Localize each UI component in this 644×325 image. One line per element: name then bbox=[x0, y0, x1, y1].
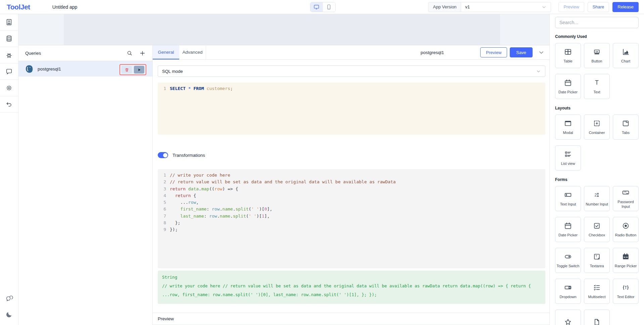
database-icon bbox=[5, 35, 13, 42]
toolbar-item-comments[interactable] bbox=[0, 63, 18, 80]
moon-icon bbox=[5, 311, 13, 318]
transformations-toggle[interactable] bbox=[158, 152, 168, 158]
component-card-date-picker-form[interactable]: Date Picker bbox=[555, 217, 581, 242]
run-icon bbox=[137, 68, 141, 72]
commonly-used-grid: Table OK Button Chart Date Picker T Text bbox=[555, 43, 639, 99]
checkbox-icon bbox=[593, 222, 601, 230]
chat-support-button[interactable] bbox=[5, 294, 13, 302]
query-panel: Queries bbox=[18, 45, 549, 325]
chevron-down-icon bbox=[541, 4, 547, 10]
delete-icon bbox=[125, 67, 129, 72]
dark-mode-toggle[interactable] bbox=[5, 311, 13, 318]
component-card-textarea[interactable]: T Textarea bbox=[584, 248, 610, 273]
undo-arrow-icon bbox=[5, 101, 13, 108]
preview-section: Preview bbox=[153, 313, 549, 325]
bug-icon bbox=[5, 51, 13, 59]
chat-support-icon bbox=[5, 294, 13, 302]
star-icon bbox=[564, 318, 572, 325]
component-card-multiselect[interactable]: Multiselect bbox=[584, 279, 610, 304]
section-title-commonly-used: Commonly Used bbox=[555, 34, 639, 39]
transformations-row: Transformations bbox=[158, 152, 545, 158]
query-list-actions bbox=[127, 50, 146, 56]
toolbar-item-inspector[interactable] bbox=[0, 14, 18, 31]
query-list-item-postgresql1[interactable]: postgresql1 bbox=[18, 61, 152, 77]
sql-code-editor[interactable]: 1SELECT * FROM customers; bbox=[158, 83, 545, 135]
component-card-checkbox[interactable]: Checkbox bbox=[584, 217, 610, 242]
toggle-switch-icon bbox=[564, 252, 572, 261]
app-canvas[interactable] bbox=[18, 14, 549, 45]
calendar-icon bbox=[564, 222, 572, 230]
section-title-forms: Forms bbox=[555, 177, 639, 182]
component-card-partial-file[interactable] bbox=[584, 310, 610, 325]
component-card-text[interactable]: T Text bbox=[584, 74, 610, 99]
component-card-chart[interactable]: Chart bbox=[613, 43, 639, 68]
plus-icon bbox=[139, 50, 146, 56]
component-card-tabs[interactable]: Tabs bbox=[613, 114, 639, 140]
transformation-code-editor[interactable]: 1// write your code here2// return value… bbox=[158, 169, 545, 268]
chevron-down-icon bbox=[536, 69, 541, 74]
component-card-text-input[interactable]: Text Input bbox=[555, 186, 581, 211]
share-button[interactable]: Share bbox=[588, 2, 609, 12]
app-preview-button[interactable]: Preview bbox=[558, 2, 584, 12]
canvas-inner[interactable] bbox=[64, 14, 500, 45]
app-header: ToolJet Untitled app App Version v1 Prev… bbox=[0, 0, 644, 14]
mobile-view-button[interactable] bbox=[323, 2, 335, 12]
component-card-list-view[interactable]: List view bbox=[555, 145, 581, 171]
app-version-select[interactable]: v1 bbox=[461, 2, 551, 12]
toolbar-item-undo[interactable] bbox=[0, 96, 18, 113]
component-search-input[interactable] bbox=[555, 17, 639, 28]
dropdown-icon bbox=[564, 283, 572, 292]
component-card-partial-star[interactable] bbox=[555, 310, 581, 325]
component-card-password-input[interactable]: ** Password Input bbox=[613, 186, 639, 211]
search-icon bbox=[127, 50, 133, 56]
component-card-dropdown[interactable]: Dropdown bbox=[555, 279, 581, 304]
number-input-icon: 2 bbox=[593, 191, 601, 199]
run-query-button[interactable] bbox=[134, 66, 144, 74]
layouts-grid: Modal Container Tabs List view bbox=[555, 114, 639, 171]
gear-icon bbox=[5, 84, 13, 92]
svg-text:T: T bbox=[595, 254, 597, 258]
svg-text:OK: OK bbox=[595, 50, 598, 52]
app-version-label: App Version bbox=[428, 2, 461, 12]
component-search bbox=[555, 17, 639, 28]
comment-icon bbox=[5, 68, 13, 75]
component-card-modal[interactable]: Modal bbox=[555, 114, 581, 140]
result-type-label: String bbox=[162, 275, 541, 280]
component-card-number-input[interactable]: 2 Number Input bbox=[584, 186, 610, 211]
svg-text:T: T bbox=[625, 285, 627, 290]
desktop-view-button[interactable] bbox=[310, 2, 323, 12]
component-card-range-picker[interactable]: Range Picker bbox=[613, 248, 639, 273]
toolbar-item-settings[interactable] bbox=[0, 80, 18, 96]
container-icon bbox=[593, 119, 601, 128]
tabs-icon bbox=[622, 119, 630, 128]
query-preview-button[interactable]: Preview bbox=[480, 47, 507, 57]
collapse-query-panel-button[interactable] bbox=[538, 49, 545, 56]
component-card-table[interactable]: Table bbox=[555, 43, 581, 68]
textarea-icon: T bbox=[593, 252, 601, 261]
file-icon bbox=[593, 318, 601, 325]
add-query-button[interactable] bbox=[139, 50, 146, 56]
header-right: App Version v1 Preview Share Release bbox=[336, 2, 639, 12]
component-card-toggle-switch[interactable]: Toggle Switch bbox=[555, 248, 581, 273]
toolbar-item-datasources[interactable] bbox=[0, 31, 18, 47]
release-button[interactable]: Release bbox=[612, 2, 639, 12]
component-card-text-editor[interactable]: T Text Editor bbox=[613, 279, 639, 304]
component-card-radio-button[interactable]: Radio Button bbox=[613, 217, 639, 242]
table-icon bbox=[564, 48, 572, 56]
query-editor-title: postgresql1 bbox=[420, 50, 444, 55]
delete-query-button[interactable] bbox=[121, 66, 132, 74]
tab-general[interactable]: General bbox=[153, 45, 179, 59]
tab-advanced[interactable]: Advanced bbox=[179, 45, 206, 59]
query-editor-tabs: General Advanced bbox=[153, 45, 206, 59]
query-search-button[interactable] bbox=[127, 50, 133, 56]
component-card-button[interactable]: OK Button bbox=[584, 43, 610, 68]
component-card-date-picker[interactable]: Date Picker bbox=[555, 74, 581, 99]
query-save-button[interactable]: Save bbox=[510, 47, 533, 57]
toolbar-item-debugger[interactable] bbox=[0, 47, 18, 63]
component-card-container[interactable]: Container bbox=[584, 114, 610, 140]
sql-mode-select[interactable]: SQL mode bbox=[158, 65, 545, 77]
app-name[interactable]: Untitled app bbox=[52, 4, 78, 10]
header-left: ToolJet Untitled app bbox=[7, 3, 310, 11]
device-toggle bbox=[310, 2, 336, 12]
text-editor-icon: T bbox=[622, 283, 630, 292]
